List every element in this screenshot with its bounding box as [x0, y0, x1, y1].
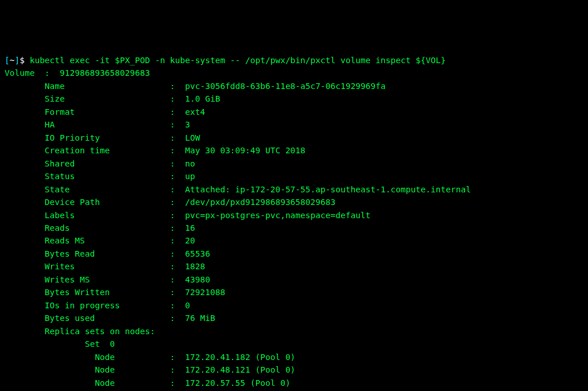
field-value: Attached: ip-172-20-57-55.ap-southeast-1…	[185, 185, 471, 194]
field-row: Writes : 1828	[5, 262, 205, 271]
node-value: 172.20.41.182 (Pool 0)	[185, 353, 295, 362]
node-value: 172.20.48.121 (Pool 0)	[185, 365, 295, 374]
field-row: IOs in progress : 0	[5, 301, 190, 310]
bracket-open: [	[5, 56, 10, 65]
field-label: Name	[45, 82, 65, 91]
node-row: Node : 172.20.57.55 (Pool 0)	[5, 378, 291, 388]
field-row: Device Path : /dev/pxd/pxd91298689365802…	[5, 198, 335, 207]
bracket-close: ]	[14, 56, 20, 65]
volume-label: Volume	[5, 68, 34, 78]
field-row: Writes MS : 43980	[5, 275, 210, 284]
set-label: Set 0	[5, 339, 115, 349]
field-label: Status	[45, 172, 75, 181]
field-value: up	[185, 172, 195, 181]
field-row: Reads : 16	[5, 223, 195, 233]
field-label: Bytes used	[45, 313, 95, 323]
volume-id: 912986893658029683	[60, 68, 150, 78]
field-label: Writes MS	[45, 275, 90, 284]
node-label: Node	[95, 378, 115, 388]
field-label: State	[45, 185, 70, 194]
field-label: Writes	[45, 262, 75, 271]
node-value: 172.20.57.55 (Pool 0)	[185, 378, 290, 388]
node-label: Node	[95, 365, 115, 374]
field-value: 20	[185, 236, 195, 245]
field-value: /dev/pxd/pxd912986893658029683	[185, 198, 335, 207]
command-text[interactable]: kubectl exec -it $PX_POD -n kube-system …	[30, 56, 446, 65]
replica-header: Replica sets on nodes:	[5, 327, 155, 336]
field-value: pvc=px-postgres-pvc,namespace=default	[185, 211, 370, 220]
field-row: IO Priority : LOW	[5, 133, 200, 142]
field-label: IO Priority	[45, 133, 100, 142]
field-row: State : Attached: ip-172-20-57-55.ap-sou…	[5, 185, 471, 194]
field-row: Bytes Written : 72921088	[5, 288, 225, 297]
field-row: Creation time : May 30 03:09:49 UTC 2018	[5, 146, 305, 155]
field-label: Device Path	[45, 198, 100, 207]
volume-sep: :	[34, 68, 60, 78]
field-label: Creation time	[45, 146, 110, 155]
field-value: 72921088	[185, 288, 225, 297]
field-label: Size	[45, 94, 65, 103]
field-value: May 30 03:09:49 UTC 2018	[185, 146, 305, 155]
field-row: Name : pvc-3056fdd8-63b6-11e8-a5c7-06c19…	[5, 82, 386, 91]
field-value: 1.0 GiB	[185, 94, 220, 103]
field-value: 65536	[185, 249, 210, 258]
field-row: HA : 3	[5, 120, 190, 129]
field-row: Reads MS : 20	[5, 236, 195, 245]
field-row: Bytes used : 76 MiB	[5, 313, 215, 323]
field-label: Bytes Written	[45, 288, 110, 297]
field-value: 3	[185, 120, 190, 129]
field-value: 76 MiB	[185, 313, 215, 323]
node-row: Node : 172.20.41.182 (Pool 0)	[5, 353, 295, 362]
field-value: no	[185, 159, 195, 168]
field-value: 43980	[185, 275, 210, 284]
node-row: Node : 172.20.48.121 (Pool 0)	[5, 365, 295, 374]
field-value: LOW	[185, 133, 200, 142]
field-row: Labels : pvc=px-postgres-pvc,namespace=d…	[5, 211, 370, 220]
node-label: Node	[95, 353, 115, 362]
field-label: Bytes Read	[45, 249, 95, 258]
field-row: Format : ext4	[5, 107, 205, 117]
terminal-output: [~]$ kubectl exec -it $PX_POD -n kube-sy…	[5, 54, 583, 391]
field-value: 16	[185, 223, 195, 233]
field-value: ext4	[185, 107, 205, 117]
field-label: Shared	[45, 159, 75, 168]
field-value: pvc-3056fdd8-63b6-11e8-a5c7-06c1929969fa	[185, 82, 385, 91]
field-label: IOs in progress	[45, 301, 120, 310]
field-label: Format	[45, 107, 75, 117]
dollar: $	[20, 56, 29, 65]
field-label: Labels	[45, 211, 75, 220]
field-row: Bytes Read : 65536	[5, 249, 210, 258]
field-label: HA	[45, 120, 55, 129]
field-row: Shared : no	[5, 159, 195, 168]
field-value: 1828	[185, 262, 205, 271]
prompt: [~]$	[5, 56, 30, 65]
field-value: 0	[185, 301, 190, 310]
field-row: Status : up	[5, 172, 195, 181]
field-row: Size : 1.0 GiB	[5, 94, 220, 103]
field-label: Reads	[45, 223, 70, 233]
field-label: Reads MS	[45, 236, 85, 245]
